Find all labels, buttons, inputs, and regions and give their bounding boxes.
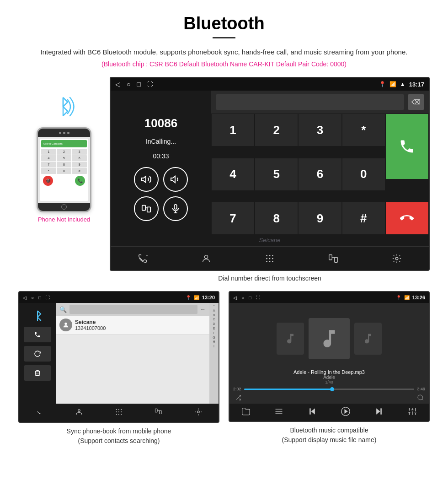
phone-mockup: Add to Contacts 1 2 3 4 5 6 7 8 9 *: [37, 127, 91, 212]
dial-key-star[interactable]: *: [342, 113, 385, 146]
microphone-button[interactable]: [163, 196, 188, 221]
pb-alpha-d[interactable]: D: [213, 322, 215, 326]
phone-key-9[interactable]: 9: [72, 162, 87, 167]
phone-key-8[interactable]: 8: [57, 162, 72, 167]
svg-marker-43: [311, 408, 315, 414]
dialpad-delete-button[interactable]: ⌫: [408, 94, 424, 110]
svg-point-9: [266, 255, 267, 256]
phone-key-7[interactable]: 7: [41, 162, 56, 167]
nav-settings-icon[interactable]: [388, 249, 406, 268]
dial-key-1[interactable]: 1: [211, 113, 255, 146]
music-home-icon[interactable]: ○: [241, 295, 244, 300]
music-time-current: 2:02: [233, 387, 241, 391]
pb-expand-icon[interactable]: ⛶: [46, 295, 50, 300]
music-folder-icon[interactable]: [241, 407, 251, 418]
pb-nav-transfer[interactable]: [155, 408, 163, 418]
music-location-icon: 📍: [396, 295, 401, 300]
pb-call-button[interactable]: [24, 327, 51, 342]
transfer-button[interactable]: [134, 196, 159, 221]
pb-alpha-g[interactable]: G: [213, 335, 215, 340]
music-prev-icon[interactable]: [308, 407, 317, 418]
album-art-main: [309, 318, 350, 359]
music-square-icon[interactable]: □: [249, 295, 251, 300]
dial-key-5[interactable]: 5: [255, 158, 298, 191]
pb-back-arrow[interactable]: ←: [200, 306, 206, 313]
phone-key-4[interactable]: 4: [41, 155, 56, 161]
dial-key-3[interactable]: 3: [298, 113, 341, 146]
call-status: InCalling...: [146, 138, 176, 145]
dial-key-2[interactable]: 2: [255, 113, 298, 146]
pb-nav-dialpad[interactable]: [115, 408, 123, 418]
dial-key-6[interactable]: 6: [298, 158, 341, 191]
dial-key-hash[interactable]: #: [342, 202, 385, 235]
nav-transfer-icon[interactable]: [324, 249, 342, 268]
pb-alpha-e[interactable]: E: [213, 326, 215, 331]
music-list-icon[interactable]: [274, 407, 283, 418]
pb-square-icon[interactable]: □: [38, 295, 41, 300]
pb-alpha-star[interactable]: *: [213, 304, 215, 308]
music-time-total: 3:49: [417, 387, 425, 391]
pb-alpha-f[interactable]: F: [213, 331, 215, 335]
svg-marker-1: [142, 176, 146, 183]
bottom-section: ◁ ○ □ ⛶ 📍 📶 13:20: [18, 291, 430, 446]
music-equalizer-icon[interactable]: [408, 407, 417, 418]
phone-key-6[interactable]: 6: [72, 155, 87, 161]
pb-search-icon[interactable]: 🔍: [59, 306, 67, 313]
volume-down-button[interactable]: [163, 167, 188, 192]
pb-alpha-c[interactable]: C: [213, 317, 215, 322]
dial-key-4[interactable]: 4: [211, 158, 255, 191]
pb-alpha-a[interactable]: A: [213, 308, 215, 313]
svg-point-10: [269, 255, 271, 256]
dial-key-9[interactable]: 9: [298, 202, 341, 235]
pb-alpha-h[interactable]: H: [213, 340, 215, 344]
dial-key-0[interactable]: 0: [342, 158, 385, 191]
svg-point-14: [272, 258, 273, 259]
volume-up-button[interactable]: [134, 167, 159, 192]
dial-end-button[interactable]: [385, 202, 429, 235]
pb-search-input[interactable]: [69, 305, 197, 314]
music-shuffle-icon[interactable]: [234, 394, 242, 402]
call-area: 10086 InCalling... 00:33: [111, 91, 429, 246]
nav-dialpad-icon[interactable]: [261, 249, 279, 268]
pb-nav-call[interactable]: [35, 408, 43, 418]
nav-contacts-icon[interactable]: [197, 249, 215, 268]
home-icon[interactable]: ○: [127, 81, 130, 88]
dial-key-8[interactable]: 8: [255, 202, 298, 235]
phone-key-star[interactable]: *: [41, 168, 56, 174]
album-art-right: [354, 323, 382, 355]
pb-delete-button[interactable]: [24, 365, 51, 381]
svg-point-32: [121, 414, 122, 415]
music-back-icon[interactable]: ◁: [233, 295, 237, 300]
music-progress-row: 2:02 3:49: [229, 387, 429, 393]
phone-home-button[interactable]: [61, 204, 67, 210]
phone-key-1[interactable]: 1: [41, 149, 56, 155]
music-search-icon[interactable]: [417, 394, 424, 403]
pb-back-icon[interactable]: ◁: [23, 295, 27, 300]
phone-key-5[interactable]: 5: [57, 155, 72, 161]
music-play-icon[interactable]: [341, 406, 351, 418]
music-next-icon[interactable]: [374, 407, 384, 418]
pb-contact-item[interactable]: Seicane 13241007000: [56, 316, 209, 335]
phone-key-3[interactable]: 3: [72, 149, 87, 155]
dial-key-7[interactable]: 7: [211, 202, 255, 235]
dialpad-input-field[interactable]: [216, 94, 404, 110]
music-progress-bar[interactable]: [244, 389, 415, 390]
pb-sync-button[interactable]: [24, 346, 51, 362]
pb-nav-contacts[interactable]: [75, 408, 83, 418]
nav-call-icon[interactable]: [133, 249, 152, 268]
expand-icon[interactable]: ⛶: [147, 81, 153, 87]
back-icon[interactable]: ◁: [115, 81, 120, 88]
pb-nav-settings[interactable]: [194, 408, 203, 418]
main-screen-container: ◁ ○ □ ⛶ 📍 📶 ▲ 13:17: [110, 77, 430, 282]
dial-call-button[interactable]: [385, 113, 429, 179]
pb-alpha-b[interactable]: B: [213, 313, 215, 318]
music-expand-icon[interactable]: ⛶: [256, 295, 260, 300]
phone-key-hash[interactable]: #: [72, 168, 87, 174]
clock-display: 13:17: [409, 81, 424, 88]
square-icon[interactable]: □: [137, 81, 140, 88]
svg-point-23: [78, 410, 80, 412]
phone-key-2[interactable]: 2: [57, 149, 72, 155]
phone-key-0[interactable]: 0: [57, 168, 72, 174]
pb-alpha-i[interactable]: I: [213, 344, 214, 349]
pb-home-icon[interactable]: ○: [31, 295, 34, 300]
